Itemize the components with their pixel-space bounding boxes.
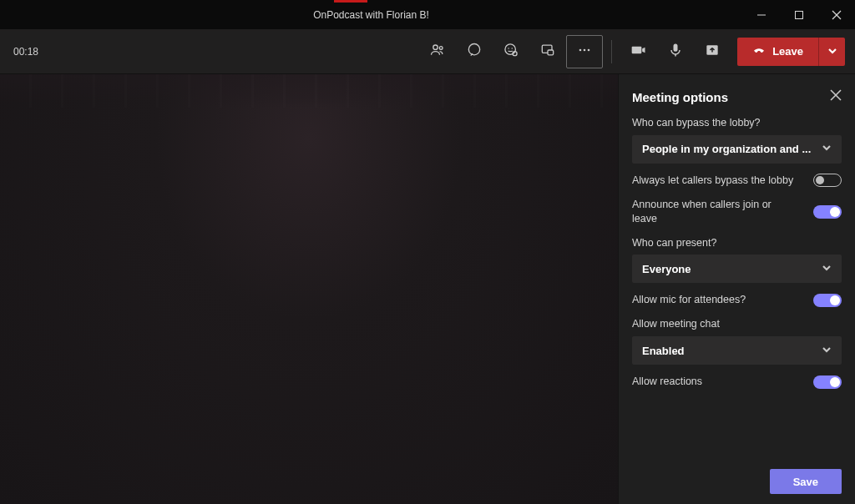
meeting-chat-value: Enabled: [642, 345, 685, 357]
callers-bypass-toggle[interactable]: [813, 174, 842, 187]
panel-header: Meeting options: [632, 74, 842, 116]
svg-point-4: [433, 45, 438, 49]
share-button[interactable]: [694, 35, 731, 68]
allow-mic-row: Allow mic for attendees?: [632, 293, 842, 307]
ellipsis-icon: [576, 42, 593, 62]
svg-point-15: [588, 48, 590, 51]
lobby-bypass-label: Who can bypass the lobby?: [632, 116, 842, 130]
presenter-value: Everyone: [642, 263, 691, 275]
svg-rect-16: [674, 43, 678, 51]
call-timer: 00:18: [10, 46, 38, 58]
maximize-button[interactable]: [780, 0, 817, 29]
presenter-select[interactable]: Everyone: [632, 255, 842, 283]
svg-point-5: [439, 46, 443, 49]
minimize-button[interactable]: [742, 0, 780, 29]
microphone-icon: [667, 42, 684, 62]
meeting-chat-select[interactable]: Enabled: [632, 336, 842, 365]
camera-icon: [630, 42, 647, 62]
chevron-down-icon: [822, 263, 832, 275]
svg-point-8: [508, 48, 509, 49]
allow-reactions-toggle[interactable]: [813, 375, 842, 389]
meeting-chat-field: Allow meeting chat Enabled: [632, 317, 842, 365]
app-root: OnPodcast with Florian B! 00:18: [0, 0, 855, 504]
meeting-options-panel: Meeting options Who can bypass the lobby…: [618, 74, 855, 504]
camera-button[interactable]: [620, 35, 657, 68]
chat-button[interactable]: [456, 35, 493, 68]
toggle-knob: [830, 295, 840, 305]
reactions-button[interactable]: [493, 35, 529, 68]
svg-point-9: [512, 48, 514, 49]
svg-point-14: [584, 48, 586, 51]
close-icon: [830, 89, 842, 103]
main-area: Meeting options Who can bypass the lobby…: [0, 74, 855, 504]
announce-row: Announce when callers join or leave: [632, 198, 842, 226]
svg-point-7: [505, 43, 516, 53]
allow-reactions-label: Allow reactions: [632, 375, 803, 389]
window-title: OnPodcast with Florian B!: [0, 9, 742, 21]
toggle-knob: [816, 176, 824, 184]
allow-mic-label: Allow mic for attendees?: [632, 293, 803, 307]
lobby-bypass-select[interactable]: People in my organization and ...: [632, 135, 842, 164]
leave-label: Leave: [772, 45, 803, 58]
allow-mic-toggle[interactable]: [813, 294, 842, 307]
meeting-toolbar: 00:18: [0, 29, 855, 74]
svg-rect-12: [548, 50, 554, 55]
callers-bypass-label: Always let callers bypass the lobby: [632, 174, 803, 188]
panel-footer: Save: [632, 459, 842, 494]
callers-bypass-row: Always let callers bypass the lobby: [632, 174, 842, 188]
chevron-down-icon: [822, 143, 832, 155]
rooms-button[interactable]: [529, 35, 566, 68]
chevron-down-icon: [822, 345, 832, 357]
share-screen-icon: [704, 42, 721, 62]
titlebar: OnPodcast with Florian B!: [0, 0, 855, 29]
announce-label: Announce when callers join or leave: [632, 198, 803, 226]
save-button[interactable]: Save: [770, 469, 842, 494]
chevron-down-icon: [827, 44, 837, 59]
microphone-button[interactable]: [657, 35, 694, 68]
svg-point-6: [468, 43, 479, 54]
presenter-label: Who can present?: [632, 236, 842, 250]
breakout-rooms-icon: [539, 42, 556, 62]
accent-strip: [334, 0, 367, 3]
toggle-knob: [830, 377, 840, 387]
allow-reactions-row: Allow reactions: [632, 375, 842, 389]
toggle-knob: [830, 207, 840, 217]
lobby-bypass-field: Who can bypass the lobby? People in my o…: [632, 116, 842, 164]
svg-rect-1: [795, 11, 802, 18]
leave-menu-button[interactable]: [818, 38, 845, 66]
leave-button[interactable]: Leave: [737, 38, 818, 66]
leave-button-group: Leave: [737, 38, 845, 66]
window-controls: [742, 0, 855, 29]
presenter-field: Who can present? Everyone: [632, 236, 842, 284]
close-window-button[interactable]: [817, 0, 855, 29]
lobby-bypass-value: People in my organization and ...: [642, 143, 811, 155]
toolbar-icons: Leave: [419, 35, 845, 68]
meeting-chat-label: Allow meeting chat: [632, 317, 842, 331]
svg-point-13: [579, 48, 582, 51]
more-actions-button[interactable]: [566, 35, 603, 68]
panel-close-button[interactable]: [830, 89, 842, 104]
hangup-icon: [752, 43, 766, 59]
announce-toggle[interactable]: [813, 205, 842, 219]
panel-title: Meeting options: [632, 90, 728, 104]
video-stage: [0, 74, 618, 504]
emoji-icon: [503, 42, 519, 62]
people-icon: [429, 42, 446, 62]
chat-icon: [466, 42, 483, 62]
participants-button[interactable]: [419, 35, 456, 68]
panel-body: Who can bypass the lobby? People in my o…: [632, 116, 842, 459]
divider: [611, 40, 612, 63]
